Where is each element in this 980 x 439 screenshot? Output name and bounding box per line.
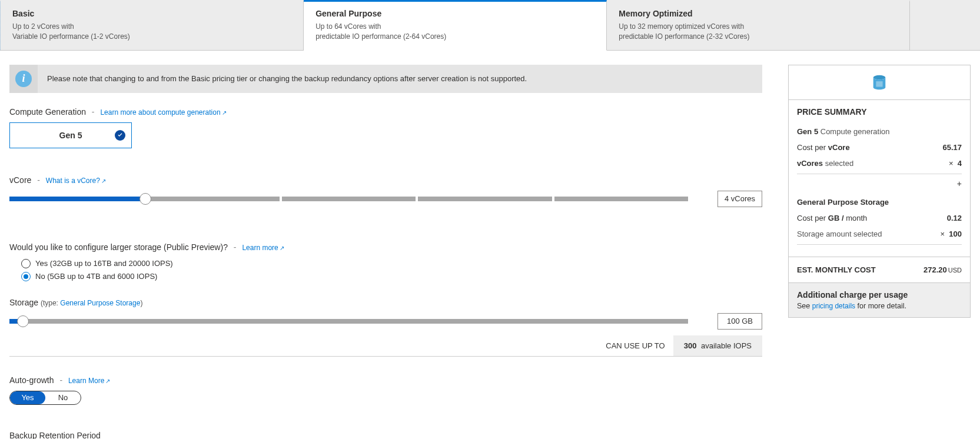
summary-gen-label: Gen 5 Compute generation	[797, 127, 890, 136]
summary-est-row: EST. MONTHLY COST 272.20USD	[789, 257, 970, 282]
info-icon: i	[15, 71, 32, 87]
tab-general-line2: predictable IO performance (2-64 vCores)	[315, 32, 594, 42]
iops-suffix: available IOPS	[701, 341, 752, 350]
tab-general-purpose[interactable]: General Purpose Up to 64 vCores with pre…	[304, 0, 607, 51]
iops-value-box: 300 available IOPS	[673, 335, 762, 356]
price-summary-title: PRICE SUMMARY	[789, 99, 970, 124]
tab-general-title: General Purpose	[315, 9, 594, 18]
large-storage-learn-more-link[interactable]: Learn more↗	[242, 244, 284, 252]
radio-icon	[21, 259, 31, 268]
tab-general-line1: Up to 64 vCores with	[315, 22, 594, 32]
auto-growth-learn-more-link[interactable]: Learn More↗	[68, 377, 110, 385]
slider-thumb[interactable]	[17, 315, 29, 327]
pricing-details-link[interactable]: pricing details	[812, 302, 855, 310]
tab-memory-title: Memory Optimized	[619, 9, 898, 18]
tab-basic-line1: Up to 2 vCores with	[12, 22, 291, 32]
storage-label-text: Storage	[9, 298, 38, 307]
storage-label: Storage (type: General Purpose Storage)	[9, 298, 762, 307]
summary-vcores-selected-value: × 4	[949, 159, 962, 168]
price-summary-panel: PRICE SUMMARY Gen 5 Compute generation C…	[788, 65, 971, 318]
large-storage-radio-yes-label: Yes (32GB up to 16TB and 20000 IOPS)	[35, 259, 173, 268]
storage-slider[interactable]	[9, 319, 688, 324]
summary-cost-per-vcore-label: Cost per vCore	[797, 143, 850, 152]
vcore-label-text: vCore	[9, 175, 31, 185]
database-icon	[871, 74, 888, 91]
auto-growth-toggle-no[interactable]: No	[45, 391, 81, 404]
tab-memory-line1: Up to 32 memory optimized vCores with	[619, 22, 898, 32]
auto-growth-label-text: Auto-growth	[9, 375, 54, 385]
external-link-icon: ↗	[280, 245, 284, 251]
large-storage-radio-yes[interactable]: Yes (32GB up to 16TB and 20000 IOPS)	[21, 259, 762, 268]
tab-memory-optimized[interactable]: Memory Optimized Up to 32 memory optimiz…	[607, 0, 910, 50]
radio-icon	[21, 272, 31, 281]
summary-additional-charge: Additional charge per usage See pricing …	[789, 282, 970, 317]
svg-point-0	[873, 75, 886, 79]
large-storage-label: Would you like to configure larger stora…	[9, 242, 762, 252]
vcore-help-link[interactable]: What is a vCore?↗	[46, 177, 106, 185]
summary-storage-head: General Purpose Storage	[797, 194, 962, 210]
backup-retention-label: Backup Retention Period	[9, 431, 762, 439]
summary-storage-amount-label: Storage amount selected	[797, 230, 882, 238]
compute-generation-option-label: Gen 5	[59, 131, 82, 140]
large-storage-radio-group: Yes (32GB up to 16TB and 20000 IOPS) No …	[21, 259, 762, 281]
storage-value: 100 GB	[717, 313, 762, 330]
storage-type-suffix: )	[140, 299, 142, 307]
compute-generation-label: Compute Generation - Learn more about co…	[9, 107, 762, 117]
large-storage-radio-no[interactable]: No (5GB up to 4TB and 6000 IOPS)	[21, 272, 762, 281]
info-banner-text: Please note that changing to and from th…	[38, 74, 536, 83]
summary-est-label: EST. MONTHLY COST	[797, 265, 876, 274]
tab-basic-title: Basic	[12, 9, 291, 18]
summary-cost-per-gb-label: Cost per GB / month	[797, 214, 867, 222]
external-link-icon: ↗	[222, 109, 227, 116]
pricing-tier-tabs: Basic Up to 2 vCores with Variable IO pe…	[0, 0, 980, 51]
compute-generation-label-text: Compute Generation	[9, 107, 86, 117]
info-banner: i Please note that changing to and from …	[9, 65, 762, 93]
tab-basic-line2: Variable IO performance (1-2 vCores)	[12, 32, 291, 42]
checkmark-icon	[115, 130, 125, 141]
summary-additional-title: Additional charge per usage	[797, 290, 962, 300]
auto-growth-label: Auto-growth - Learn More↗	[9, 375, 762, 385]
auto-growth-toggle[interactable]: Yes No	[9, 391, 81, 405]
storage-type-link[interactable]: General Purpose Storage	[60, 299, 140, 307]
summary-est-value: 272.20USD	[923, 265, 962, 274]
summary-cost-per-gb-value: 0.12	[947, 214, 962, 222]
info-icon-box: i	[9, 65, 38, 93]
vcore-slider[interactable]	[9, 197, 688, 201]
slider-thumb[interactable]	[139, 193, 151, 205]
summary-storage-amount-value: × 100	[940, 230, 962, 238]
vcore-value: 4 vCores	[717, 191, 762, 207]
large-storage-label-text: Would you like to configure larger stora…	[9, 242, 228, 252]
external-link-icon: ↗	[101, 178, 106, 184]
compute-generation-option-gen5[interactable]: Gen 5	[9, 122, 132, 148]
iops-value: 300	[684, 341, 697, 350]
summary-vcores-selected-label: vCores selected	[797, 159, 853, 168]
iops-prefix: CAN USE UP TO	[597, 335, 673, 356]
large-storage-radio-no-label: No (5GB up to 4TB and 6000 IOPS)	[35, 272, 157, 281]
tab-basic[interactable]: Basic Up to 2 vCores with Variable IO pe…	[0, 0, 304, 50]
summary-plus: +	[797, 178, 962, 194]
iops-info-row: CAN USE UP TO 300 available IOPS	[9, 335, 762, 357]
auto-growth-toggle-yes[interactable]: Yes	[10, 391, 45, 404]
compute-generation-learn-more-link[interactable]: Learn more about compute generation↗	[100, 108, 226, 117]
vcore-label: vCore - What is a vCore?↗	[9, 175, 762, 185]
summary-cost-per-vcore-value: 65.17	[942, 143, 962, 152]
svg-rect-1	[876, 81, 882, 87]
storage-type-prefix: (type:	[41, 299, 58, 307]
external-link-icon: ↗	[105, 378, 110, 384]
tab-memory-line2: predictable IO performance (2-32 vCores)	[619, 32, 898, 42]
summary-additional-text: See pricing details for more detail.	[797, 302, 962, 310]
